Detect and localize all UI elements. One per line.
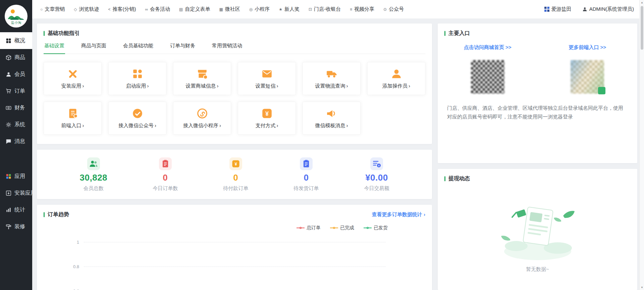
feature-sms-settings[interactable]: 设置短信› bbox=[238, 62, 296, 95]
topnav-label: 门店-收银台 bbox=[314, 6, 341, 12]
order-trend-title-wrap: 订单趋势 bbox=[44, 211, 69, 218]
sidebar-item-orders[interactable]: 订单 bbox=[0, 83, 32, 99]
y-tick: 0.8 bbox=[68, 264, 79, 269]
y-tick: 1 bbox=[68, 240, 79, 245]
empty-state-illustration bbox=[497, 200, 578, 261]
topnav-item-custom-form[interactable]: ▤自定义表单 bbox=[179, 6, 210, 12]
store-switcher[interactable]: 爱游盐田 bbox=[544, 6, 572, 12]
feature-frontend-entry[interactable]: 前端入口› bbox=[44, 102, 102, 135]
scroll-down-arrow[interactable]: ▼ bbox=[640, 286, 644, 289]
tab-marketing-activities[interactable]: 常用营销活动 bbox=[211, 42, 243, 54]
tab-orders-finance[interactable]: 订单与财务 bbox=[169, 42, 196, 54]
topnav-item-event-activity[interactable]: ∞会务活动 bbox=[145, 6, 170, 12]
tab-goods-pages[interactable]: 商品与页面 bbox=[80, 42, 107, 54]
stat-unshipped-orders: 0 待发货订单 bbox=[293, 157, 319, 192]
tools-icon bbox=[67, 68, 78, 80]
topnav-label: 新人奖 bbox=[284, 6, 300, 12]
paint-roller-icon bbox=[6, 224, 11, 230]
feature-logistics-query[interactable]: 设置物流查询› bbox=[303, 62, 361, 95]
sidebar-item-members[interactable]: 会员 bbox=[0, 66, 32, 83]
sidebar-item-finance[interactable]: 财务 bbox=[0, 99, 32, 116]
user-avatar-icon bbox=[582, 7, 587, 12]
stat-value: 0 bbox=[163, 173, 168, 183]
sidebar-item-goods[interactable]: 商品 bbox=[0, 49, 32, 66]
feature-mall-info[interactable]: 设置商城信息› bbox=[173, 62, 231, 95]
topnav-item-micro-community[interactable]: ▦微社区 bbox=[219, 6, 240, 12]
store-name: 爱游盐田 bbox=[551, 6, 572, 12]
more-order-stats-link[interactable]: 查看更多订单数据统计 › bbox=[372, 211, 425, 218]
brand-logo[interactable]: 盐小淘 bbox=[0, 0, 32, 32]
shop-home-link[interactable]: 点击访问商城首页 >> bbox=[464, 44, 512, 50]
sidebar-item-label: 商品 bbox=[14, 54, 25, 61]
chart-gridline: 1 bbox=[68, 240, 425, 245]
feature-label: 设置短信› bbox=[256, 83, 278, 89]
topnav-item-video-share[interactable]: ≡视频分享 bbox=[350, 6, 374, 12]
feature-wechat-official-connect[interactable]: 接入微信公众号› bbox=[108, 102, 166, 135]
topnav-item-browse-track[interactable]: ◇浏览轨迹 bbox=[74, 6, 99, 12]
feature-label: 微信模板消息› bbox=[315, 123, 348, 129]
scroll-up-arrow[interactable]: ▲ bbox=[640, 1, 644, 4]
topnav-item-store-cashier[interactable]: ⊡门店-收银台 bbox=[309, 6, 341, 12]
apps-color-grid-icon bbox=[6, 174, 11, 179]
sidebar-item-system[interactable]: 系统 bbox=[0, 116, 32, 133]
unshipped-stat-icon bbox=[300, 157, 313, 170]
top-navbar: ○文章营销 ◇浏览轨迹 <推客(分销) ∞会务活动 ▤自定义表单 ▦微社区 ◎小… bbox=[32, 0, 644, 19]
megaphone-icon bbox=[326, 108, 337, 119]
sidebar-item-statistics[interactable]: 统计 bbox=[0, 201, 32, 218]
legend-total-orders[interactable]: 总订单 bbox=[297, 225, 321, 231]
order-trend-header: 订单趋势 查看更多订单数据统计 › bbox=[37, 205, 432, 220]
sidebar-item-decorate[interactable]: 装修 bbox=[0, 218, 32, 235]
tab-basic-settings[interactable]: 基础设置 bbox=[44, 42, 65, 54]
sidebar-item-install-apps[interactable]: 安装应用 bbox=[0, 185, 32, 201]
stats-card: 30,828 会员总数 0 今日订单数 ¥ 0 bbox=[37, 150, 432, 199]
user-menu[interactable]: ADMIN(系统管理员) bbox=[582, 6, 634, 12]
share-icon: < bbox=[108, 7, 110, 12]
topnav-item-mini-program[interactable]: ◎小程序 bbox=[249, 6, 270, 12]
chart-gridline: 0.6 bbox=[68, 289, 425, 290]
feature-launch-app[interactable]: 启动应用› bbox=[108, 62, 166, 95]
title-accent-bar bbox=[444, 31, 445, 36]
shop-home-qr-code bbox=[471, 60, 504, 94]
gear-icon bbox=[6, 122, 11, 128]
link-icon: ∞ bbox=[145, 7, 148, 12]
stat-label: 待发货订单 bbox=[293, 185, 319, 192]
legend-shipped[interactable]: 已发货 bbox=[364, 225, 388, 231]
stat-today-orders: 0 今日订单数 bbox=[153, 157, 178, 192]
feature-wechat-miniprogram-connect[interactable]: 接入微信小程序› bbox=[173, 102, 231, 135]
feature-add-operator[interactable]: 添加操作员› bbox=[367, 62, 425, 95]
sidebar-item-label: 装修 bbox=[14, 223, 25, 230]
main-entry-header: 主要入口 bbox=[438, 23, 637, 42]
check-badge-icon bbox=[132, 108, 143, 119]
miniprogram-icon: ◎ bbox=[249, 7, 253, 12]
legend-completed[interactable]: 已完成 bbox=[330, 225, 354, 231]
truck-icon bbox=[326, 68, 337, 80]
sidebar-item-overview[interactable]: 概况 bbox=[0, 32, 32, 49]
more-entry-qr-wrap bbox=[571, 60, 604, 94]
scrollbar-thumb[interactable] bbox=[641, 6, 643, 50]
svg-text:盐小淘: 盐小淘 bbox=[11, 21, 21, 25]
topnav-item-newcomer-reward[interactable]: ★新人奖 bbox=[279, 6, 300, 12]
stat-label: 今日订单数 bbox=[153, 185, 178, 192]
feature-payment-method[interactable]: ¥ 支付方式› bbox=[238, 102, 296, 135]
sidebar-item-messages[interactable]: 消息 bbox=[0, 133, 32, 150]
bar-chart-icon bbox=[6, 207, 11, 213]
sidebar-secondary-group: 应用 安装应用 统计 装修 bbox=[0, 168, 32, 235]
sidebar-item-apps[interactable]: 应用 bbox=[0, 168, 32, 185]
feature-install-app[interactable]: 安装应用› bbox=[44, 62, 102, 95]
vertical-scrollbar[interactable]: ▲ ▼ bbox=[639, 0, 644, 290]
topnav-label: 推客(分销) bbox=[113, 6, 136, 12]
browse-track-icon: ◇ bbox=[74, 7, 77, 12]
more-entry-link[interactable]: 更多前端入口 >> bbox=[569, 44, 606, 50]
legend-label: 已发货 bbox=[374, 225, 388, 231]
document-entry-icon bbox=[67, 108, 78, 119]
user-name: ADMIN(系统管理员) bbox=[589, 6, 634, 12]
withdraw-empty-state: 暂无数据~ bbox=[438, 187, 637, 290]
tab-member-basics[interactable]: 会员基础功能 bbox=[122, 42, 154, 54]
topnav-item-article-marketing[interactable]: ○文章营销 bbox=[40, 6, 65, 12]
topnav-item-official-account[interactable]: ⊙公众号 bbox=[383, 6, 404, 12]
stat-label: 待付款订单 bbox=[223, 185, 248, 192]
topnav-item-distribution[interactable]: <推客(分销) bbox=[108, 6, 136, 12]
feature-wechat-template-message[interactable]: 微信模板消息› bbox=[303, 102, 361, 135]
feature-label: 添加操作员› bbox=[382, 83, 410, 89]
turnover-stat-icon: ¥ bbox=[370, 157, 383, 170]
